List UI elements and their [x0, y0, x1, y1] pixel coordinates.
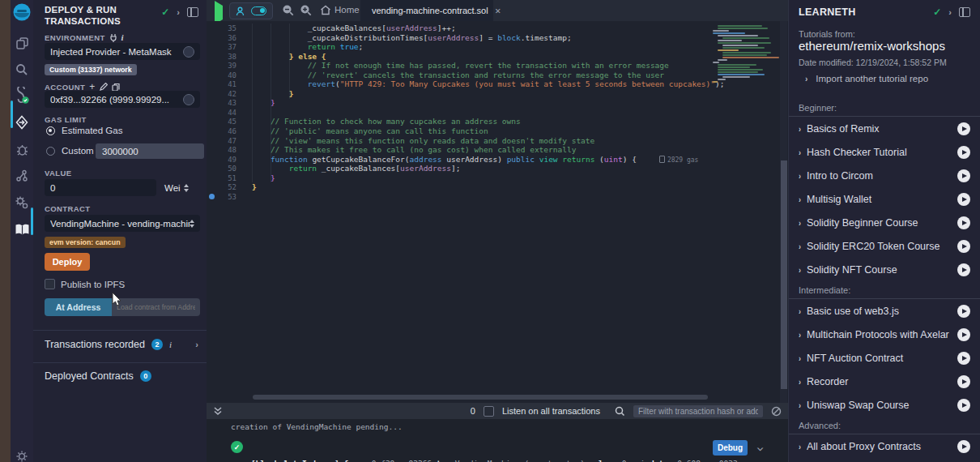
tutorial-expand-chevron-icon[interactable]: › [799, 123, 801, 134]
transactions-recorded-row[interactable]: Transactions recorded 2 i › [45, 339, 198, 350]
code-lines[interactable]: 35 _cupcakeBalances[userAddress]++;36 _c… [207, 24, 788, 201]
tutorial-play-button[interactable] [957, 305, 970, 318]
terminal-search-icon[interactable] [615, 406, 625, 417]
code-line[interactable]: 49 function getCupcakeBalanceFor(address… [207, 155, 788, 165]
zoom-out-icon[interactable] [282, 4, 295, 17]
tutorial-item[interactable]: ›NFT Auction Contract [789, 346, 980, 370]
estimated-gas-radio[interactable] [46, 126, 55, 135]
copy-address-icon[interactable] [112, 83, 120, 92]
plugin-manager-icon[interactable] [11, 192, 33, 213]
code-line[interactable]: 40 // 'revert' cancels the transaction a… [207, 71, 788, 80]
tutorial-expand-chevron-icon[interactable]: › [799, 353, 801, 363]
plug-icon[interactable] [109, 33, 117, 42]
publish-ipfs-checkbox[interactable] [45, 279, 55, 289]
value-unit-select[interactable]: Wei [164, 179, 189, 196]
custom-gas-radio[interactable] [46, 147, 55, 156]
tutorial-item[interactable]: ›Solidity Beginner Course [789, 211, 980, 234]
debug-button[interactable]: Debug [713, 440, 748, 456]
contract-select[interactable]: VendingMachine - vending-machin [45, 215, 200, 232]
clear-console-icon[interactable] [771, 406, 782, 417]
learneth-collapse-chevron-icon[interactable]: › [948, 7, 952, 17]
code-line[interactable]: 52} [207, 182, 788, 192]
at-address-input[interactable] [112, 298, 200, 316]
tutorial-expand-chevron-icon[interactable]: › [799, 306, 801, 316]
ai-assistant-icon[interactable] [236, 6, 245, 16]
remix-logo-icon[interactable] [11, 2, 33, 23]
tutorial-expand-chevron-icon[interactable]: › [799, 400, 801, 410]
file-explorer-icon[interactable] [11, 32, 33, 53]
code-line[interactable]: 43 } [207, 98, 788, 108]
search-icon[interactable] [11, 59, 33, 80]
tutorial-item[interactable]: ›Multisig Wallet [789, 187, 980, 211]
tutorial-play-button[interactable] [957, 328, 970, 341]
tutorial-item[interactable]: ›Multichain Protocols with Axelar [789, 323, 980, 346]
deploy-and-run-icon[interactable] [11, 112, 33, 133]
tutorial-play-button[interactable] [957, 375, 970, 388]
code-line[interactable]: 39 // If not enough time has passed, rev… [207, 61, 788, 71]
terminal-collapse-icon[interactable] [213, 406, 223, 416]
deployed-contracts-row[interactable]: Deployed Contracts 0 [45, 370, 198, 382]
listen-checkbox[interactable] [484, 406, 494, 417]
code-line[interactable]: 51 } [207, 173, 788, 183]
run-script-icon[interactable] [215, 6, 223, 20]
home-tab-label[interactable]: Home [334, 5, 360, 15]
tutorial-expand-chevron-icon[interactable]: › [799, 217, 801, 228]
transactions-info-icon[interactable]: i [169, 340, 172, 349]
editor-horizontal-scrollbar[interactable] [253, 395, 708, 400]
tutorial-play-button[interactable] [957, 193, 970, 206]
settings-gear-icon[interactable] [11, 446, 33, 462]
code-line[interactable]: 46 // 'public' means anyone can call thi… [207, 126, 788, 136]
code-line[interactable]: 36 _cupcakeDistributionTimes[userAddress… [207, 33, 788, 43]
solidity-analyzers-icon[interactable] [11, 165, 33, 186]
environment-select[interactable]: Injected Provider - MetaMask [45, 43, 200, 60]
tx-log-entry[interactable]: [block:1 txIndex:-] from: 0xf39...92266 … [251, 439, 738, 462]
transaction-filter-input[interactable] [633, 405, 763, 417]
tutorial-play-button[interactable] [957, 352, 970, 365]
tutorial-expand-chevron-icon[interactable]: › [799, 441, 801, 451]
tutorial-expand-chevron-icon[interactable]: › [799, 170, 801, 181]
learneth-pin-icon[interactable] [959, 7, 970, 17]
tutorial-play-button[interactable] [957, 169, 970, 182]
close-tab-icon[interactable]: ✕ [495, 6, 501, 15]
custom-gas-radio-row[interactable]: Custom [46, 146, 94, 156]
environment-info-icon[interactable]: i [121, 32, 124, 42]
import-tutorial-repo-row[interactable]: › Import another tutorial repo [805, 74, 928, 83]
tutorial-item[interactable]: ›Uniswap Swap Course [789, 393, 980, 417]
panel-pin-icon[interactable] [187, 7, 198, 17]
tutorial-play-button[interactable] [957, 263, 970, 276]
active-file-tab[interactable]: vending-machine-contract.sol ✕ [360, 0, 493, 21]
tutorial-expand-chevron-icon[interactable]: › [799, 147, 801, 157]
code-line[interactable]: 41 revert("HTTP 429: Too Many Cupcakes (… [207, 79, 788, 89]
tutorial-expand-chevron-icon[interactable]: › [799, 329, 801, 340]
solidity-compiler-icon[interactable] [11, 85, 33, 106]
estimated-gas-radio-row[interactable]: Estimated Gas [46, 126, 122, 135]
tutorial-play-button[interactable] [957, 440, 970, 453]
learneth-book-icon[interactable] [11, 219, 33, 240]
code-line[interactable]: 44 [207, 108, 788, 118]
code-line[interactable]: 35 _cupcakeBalances[userAddress]++; [207, 24, 788, 33]
at-address-button[interactable]: At Address [45, 298, 112, 316]
tutorial-item[interactable]: ›Basic use of web3.js [789, 299, 980, 323]
tx-expand-chevron-icon[interactable]: ⌄ [756, 441, 765, 452]
code-line[interactable]: 47 // 'view' means this function only re… [207, 136, 788, 146]
tutorial-item[interactable]: ›Basics of Remix [789, 117, 980, 140]
transactions-expand-chevron-icon[interactable]: › [195, 340, 198, 349]
tutorial-play-button[interactable] [957, 216, 970, 229]
editor-vertical-scrollbar-thumb[interactable] [781, 160, 787, 389]
code-editor[interactable]: 35 _cupcakeBalances[userAddress]++;36 _c… [207, 21, 788, 403]
account-select[interactable]: 0xf39...92266 (9999.99929... [45, 91, 200, 108]
zoom-in-icon[interactable] [300, 4, 313, 17]
code-line[interactable]: 42 } [207, 89, 788, 99]
copilot-toggle[interactable] [251, 6, 266, 15]
tutorial-play-button[interactable] [957, 146, 970, 159]
tutorial-expand-chevron-icon[interactable]: › [799, 194, 801, 204]
code-line[interactable]: 50 return _cupcakeBalances[userAddress]; [207, 164, 788, 173]
code-line[interactable]: 45 // Function to check how many cupcake… [207, 117, 788, 126]
terminal-log[interactable]: creation of VendingMachine pending... ✓ … [207, 419, 788, 462]
tutorial-play-button[interactable] [957, 399, 970, 412]
tutorial-item[interactable]: ›Solidity ERC20 Token Course [789, 234, 980, 258]
editor-minimap[interactable] [713, 25, 779, 114]
code-line[interactable]: 53 [207, 192, 788, 202]
tutorial-expand-chevron-icon[interactable]: › [799, 264, 801, 275]
tutorial-expand-chevron-icon[interactable]: › [799, 241, 801, 251]
